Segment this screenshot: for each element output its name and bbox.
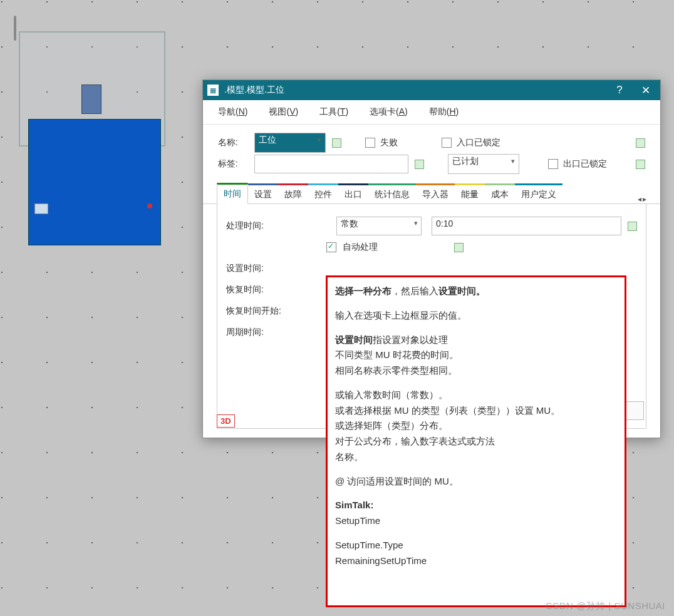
exit-locked-checkbox[interactable]: 出口已锁定: [548, 158, 607, 170]
planned-select[interactable]: 已计划: [448, 154, 519, 174]
close-button[interactable]: ✕: [635, 84, 656, 97]
tab-importer[interactable]: 导入器: [416, 183, 455, 204]
tab-cost[interactable]: 成本: [485, 183, 515, 204]
3d-button[interactable]: 3D: [217, 414, 235, 428]
titlebar[interactable]: ▦ .模型.模型.工位 ? ✕: [203, 80, 660, 100]
auto-indicator[interactable]: [454, 243, 464, 252]
tab-setup[interactable]: 设置: [248, 183, 278, 204]
tab-fault[interactable]: 故障: [278, 183, 308, 204]
tab-stats[interactable]: 统计信息: [368, 183, 416, 204]
tag-input[interactable]: [254, 155, 408, 173]
entry-locked-checkbox[interactable]: 入口已锁定: [442, 137, 500, 148]
menu-tabs[interactable]: 选项卡(A): [370, 106, 408, 118]
name-label: 名称:: [218, 137, 248, 148]
tab-time[interactable]: 时间: [217, 183, 248, 204]
menubar: 导航(N) 视图(V) 工具(T) 选项卡(A) 帮助(H): [203, 100, 660, 125]
fail-checkbox[interactable]: 失败: [365, 137, 398, 148]
proc-time-type[interactable]: 常数: [336, 217, 422, 235]
setup-time-label: 设置时间:: [226, 263, 301, 274]
machine-model: [13, 16, 169, 235]
help-tooltip: 选择一种分布，然后输入设置时间。 输入在选项卡上边框显示的值。 设置时间指设置对…: [326, 275, 626, 607]
proc-indicator[interactable]: [628, 222, 637, 231]
tab-ctrl[interactable]: 控件: [308, 183, 338, 204]
recover-time-label: 恢复时间:: [226, 284, 301, 295]
auto-process-checkbox[interactable]: 自动处理: [326, 242, 464, 253]
tabs-scroll-right[interactable]: ▸: [643, 195, 646, 203]
menu-help[interactable]: 帮助(H): [429, 106, 459, 118]
tab-exit[interactable]: 出口: [338, 183, 368, 204]
window-title: .模型.模型.工位: [224, 85, 604, 96]
window-icon: ▦: [207, 84, 219, 96]
tab-user[interactable]: 用户定义: [515, 183, 563, 204]
proc-time-label: 处理时间:: [226, 220, 301, 232]
help-button[interactable]: ?: [609, 84, 630, 96]
name-indicator[interactable]: [332, 138, 341, 148]
watermark: CSDN @孙帅 | SUNSHUAI: [546, 600, 665, 612]
tag-label: 标签:: [218, 158, 248, 170]
recover-start-label: 恢复时间开始:: [226, 305, 301, 317]
tag-indicator[interactable]: [415, 160, 424, 169]
tabs: 时间 设置 故障 控件 出口 统计信息 导入器 能量 成本 用户定义 ◂ ▸: [203, 182, 660, 204]
cycle-time-label: 周期时间:: [226, 327, 301, 338]
exit-indicator[interactable]: [636, 160, 645, 169]
entry-indicator[interactable]: [636, 138, 645, 148]
tab-energy[interactable]: 能量: [455, 183, 485, 204]
name-input[interactable]: 工位: [254, 133, 326, 153]
menu-view[interactable]: 视图(V): [269, 106, 298, 118]
menu-tools[interactable]: 工具(T): [319, 106, 348, 118]
proc-time-value[interactable]: 0:10: [432, 217, 621, 235]
tabs-scroll-left[interactable]: ◂: [638, 195, 641, 203]
menu-nav[interactable]: 导航(N): [218, 106, 247, 118]
